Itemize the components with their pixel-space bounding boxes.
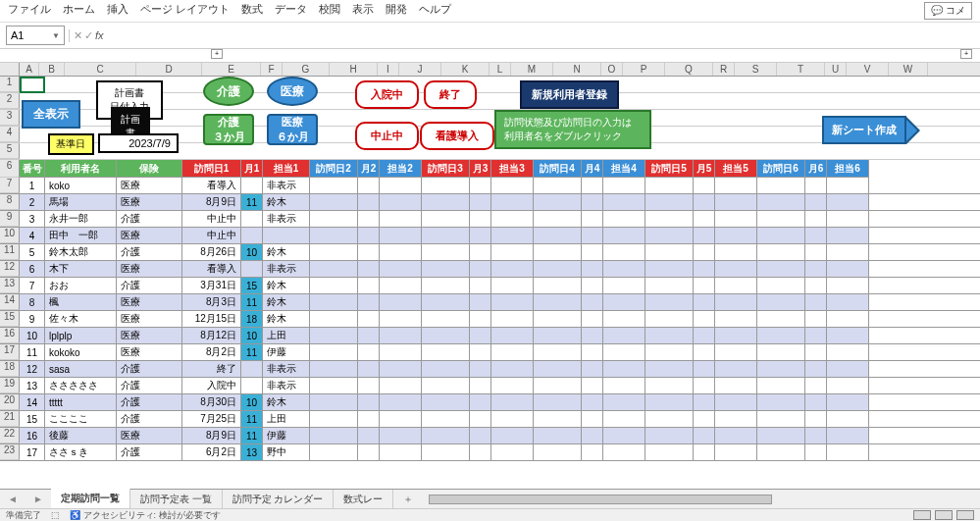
- cell-empty[interactable]: [757, 328, 805, 343]
- cell-date1[interactable]: 8月30日: [182, 394, 241, 410]
- cell-num[interactable]: 15: [20, 411, 45, 427]
- cell-empty[interactable]: [534, 344, 582, 360]
- cell-empty[interactable]: [422, 328, 470, 343]
- cell-empty[interactable]: [310, 361, 358, 377]
- cell-empty[interactable]: [694, 394, 715, 410]
- cell-empty[interactable]: [358, 428, 380, 443]
- cell-empty[interactable]: [534, 311, 582, 327]
- cell-empty[interactable]: [603, 344, 645, 360]
- cell-empty[interactable]: [757, 244, 805, 260]
- cell-empty[interactable]: [827, 211, 869, 227]
- cell-ins[interactable]: 介護: [117, 211, 182, 227]
- cell-empty[interactable]: [358, 361, 380, 377]
- cell-empty[interactable]: [358, 178, 380, 193]
- cell-empty[interactable]: [582, 394, 603, 410]
- cell-name[interactable]: 鈴木太郎: [45, 244, 117, 260]
- cell-empty[interactable]: [491, 194, 534, 210]
- cell-empty[interactable]: [491, 211, 534, 227]
- col-o[interactable]: O: [601, 63, 623, 76]
- worksheet[interactable]: A B C D E F G H I J K L M N O P Q R S T …: [0, 63, 980, 495]
- cell-empty[interactable]: [603, 311, 645, 327]
- cell-staff1[interactable]: [263, 228, 310, 243]
- cell-empty[interactable]: [827, 411, 869, 427]
- cell-empty[interactable]: [645, 411, 694, 427]
- tab-prev-icon[interactable]: ◄: [0, 494, 26, 504]
- cell-empty[interactable]: [470, 278, 491, 293]
- cell-empty[interactable]: [491, 294, 534, 310]
- cell-ins[interactable]: 介護: [117, 278, 182, 293]
- cell-empty[interactable]: [694, 311, 715, 327]
- col-w[interactable]: W: [889, 63, 928, 76]
- cell-empty[interactable]: [603, 328, 645, 343]
- cell-name[interactable]: 木下: [45, 261, 117, 277]
- cell-ins[interactable]: 医療: [117, 428, 182, 443]
- cell-month1[interactable]: [241, 378, 263, 393]
- cell-empty[interactable]: [380, 444, 422, 460]
- cell-date1[interactable]: 8月3日: [182, 294, 241, 310]
- cell-empty[interactable]: [470, 378, 491, 393]
- row-header[interactable]: 15: [0, 311, 20, 327]
- cell-month1[interactable]: 11: [241, 411, 263, 427]
- col-a[interactable]: A: [20, 63, 39, 76]
- cell-empty[interactable]: [582, 244, 603, 260]
- cell-staff1[interactable]: 上田: [263, 411, 310, 427]
- row-header[interactable]: 9: [0, 211, 20, 227]
- cell-empty[interactable]: [358, 194, 380, 210]
- col-b[interactable]: B: [39, 63, 65, 76]
- cell-empty[interactable]: [805, 394, 827, 410]
- new-user-button[interactable]: 新規利用者登録: [520, 80, 619, 109]
- cell-empty[interactable]: [827, 394, 869, 410]
- cell-empty[interactable]: [582, 411, 603, 427]
- cell-empty[interactable]: [534, 278, 582, 293]
- cell-empty[interactable]: [491, 394, 534, 410]
- cell-empty[interactable]: [380, 394, 422, 410]
- cell-empty[interactable]: [757, 344, 805, 360]
- cell-empty[interactable]: [534, 228, 582, 243]
- cell-empty[interactable]: [491, 261, 534, 277]
- menu-insert[interactable]: 挿入: [107, 2, 129, 20]
- cell-empty[interactable]: [470, 328, 491, 343]
- add-sheet-icon[interactable]: ＋: [393, 493, 423, 506]
- cell-date1[interactable]: 7月25日: [182, 411, 241, 427]
- cell-date1[interactable]: 中止中: [182, 211, 241, 227]
- cell-empty[interactable]: [694, 428, 715, 443]
- cell-empty[interactable]: [827, 261, 869, 277]
- col-j[interactable]: J: [399, 63, 441, 76]
- col-q[interactable]: Q: [665, 63, 713, 76]
- cell-empty[interactable]: [491, 361, 534, 377]
- row-header[interactable]: 17: [0, 344, 20, 360]
- cell-empty[interactable]: [534, 194, 582, 210]
- cell-date1[interactable]: 中止中: [182, 228, 241, 243]
- cell-empty[interactable]: [715, 344, 757, 360]
- col-l[interactable]: L: [490, 63, 511, 76]
- cell-empty[interactable]: [694, 294, 715, 310]
- cell-num[interactable]: 17: [20, 444, 45, 460]
- menu-home[interactable]: ホーム: [63, 2, 95, 20]
- cell-empty[interactable]: [491, 378, 534, 393]
- cell-empty[interactable]: [534, 444, 582, 460]
- cell-date1[interactable]: 8月9日: [182, 428, 241, 443]
- cell-empty[interactable]: [422, 211, 470, 227]
- cell-ins[interactable]: 医療: [117, 194, 182, 210]
- cell-empty[interactable]: [694, 278, 715, 293]
- cell-empty[interactable]: [805, 411, 827, 427]
- cell-empty[interactable]: [827, 378, 869, 393]
- cell-empty[interactable]: [491, 228, 534, 243]
- cell-empty[interactable]: [582, 361, 603, 377]
- cell-empty[interactable]: [422, 378, 470, 393]
- cell-empty[interactable]: [470, 294, 491, 310]
- row-2[interactable]: 2: [0, 93, 20, 109]
- cell-name[interactable]: kokoko: [45, 344, 117, 360]
- cell-empty[interactable]: [422, 394, 470, 410]
- show-all-button[interactable]: 全表示: [22, 100, 80, 129]
- cell-ins[interactable]: 介護: [117, 444, 182, 460]
- row-header[interactable]: 14: [0, 294, 20, 310]
- cell-empty[interactable]: [805, 244, 827, 260]
- fx-icon[interactable]: fx: [95, 29, 104, 41]
- cell-num[interactable]: 1: [20, 178, 45, 193]
- cell-empty[interactable]: [582, 311, 603, 327]
- cell-staff1[interactable]: 非表示: [263, 178, 310, 193]
- cell-empty[interactable]: [534, 378, 582, 393]
- cell-empty[interactable]: [310, 194, 358, 210]
- cell-empty[interactable]: [582, 428, 603, 443]
